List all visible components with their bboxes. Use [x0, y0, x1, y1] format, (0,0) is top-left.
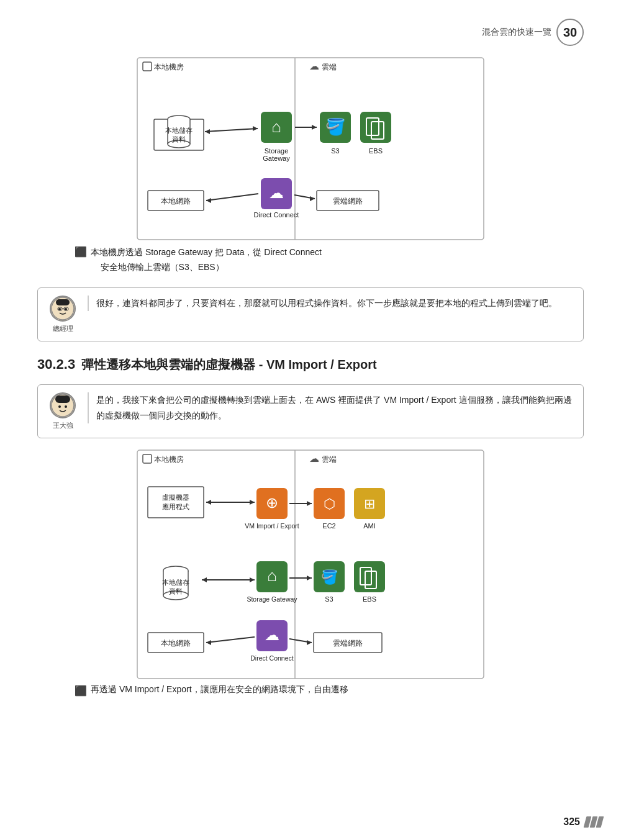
svg-text:EBS: EBS: [369, 147, 383, 155]
svg-text:雲端網路: 雲端網路: [333, 197, 363, 205]
svg-text:應用程式: 應用程式: [162, 503, 189, 510]
svg-text:本地網路: 本地網路: [161, 639, 191, 648]
svg-text:本地機房: 本地機房: [154, 455, 184, 464]
svg-text:Storage Gateway: Storage Gateway: [247, 595, 297, 603]
caption1-icon: ⬛: [75, 246, 87, 258]
diagram1-wrapper: 本地機房 ☁ 雲端 本地儲存 資料 本地網路 ⌂ Storage Gateway…: [37, 57, 584, 240]
section-title: 彈性遷移本地與雲端的虛擬機器 - VM Import / Export: [81, 356, 377, 373]
svg-rect-42: [56, 299, 70, 305]
header-label: 混合雲的快速一覽: [482, 27, 551, 38]
page-arrows: [585, 816, 602, 828]
diagram1-svg: 本地機房 ☁ 雲端 本地儲存 資料 本地網路 ⌂ Storage Gateway…: [137, 57, 484, 240]
svg-text:☁: ☁: [265, 627, 279, 643]
svg-text:⊞: ⊞: [364, 496, 375, 512]
svg-rect-88: [354, 561, 385, 592]
svg-text:🪣: 🪣: [321, 569, 338, 585]
svg-text:Gateway: Gateway: [263, 155, 290, 162]
caption1-row: ⬛ 本地機房透過 Storage Gateway 把 Data，從 Direct…: [75, 245, 584, 275]
svg-text:虛擬機器: 虛擬機器: [162, 494, 189, 501]
character2-name: 王大強: [53, 421, 73, 430]
svg-rect-29: [360, 112, 391, 143]
svg-text:VM Import / Export: VM Import / Export: [245, 522, 299, 530]
caption1-text: 本地機房透過 Storage Gateway 把 Data，從 Direct C…: [91, 245, 322, 275]
svg-text:資料: 資料: [172, 135, 186, 143]
caption2-icon: ⬛: [75, 685, 87, 697]
avatar-face-1: [50, 296, 76, 322]
svg-text:EBS: EBS: [363, 595, 376, 603]
svg-text:本地網路: 本地網路: [161, 197, 191, 205]
svg-text:本地儲存: 本地儲存: [165, 127, 193, 134]
svg-text:⊕: ⊕: [266, 495, 278, 511]
svg-text:S3: S3: [331, 147, 339, 155]
character2-avatar: 王大強: [48, 392, 78, 430]
svg-point-44: [65, 308, 67, 310]
svg-text:雲端: 雲端: [322, 455, 337, 464]
svg-text:⬡: ⬡: [324, 496, 335, 512]
svg-text:AMI: AMI: [363, 522, 376, 530]
page-number-badge: 30: [556, 19, 584, 46]
svg-point-50: [58, 405, 61, 408]
svg-text:Direct Connect: Direct Connect: [254, 211, 299, 219]
page-header: 混合雲的快速一覽 30: [37, 19, 584, 46]
character2-row: 王大強 是的，我接下來會把公司的虛擬機轉換到雲端上面去，在 AWS 裡面提供了 …: [37, 384, 584, 438]
svg-text:Storage: Storage: [265, 147, 289, 155]
character2-speech: 是的，我接下來會把公司的虛擬機轉換到雲端上面去，在 AWS 裡面提供了 VM I…: [88, 392, 573, 423]
svg-rect-49: [55, 395, 70, 403]
svg-text:☁: ☁: [309, 453, 319, 464]
avatar-face-2: [50, 392, 76, 418]
svg-point-51: [65, 405, 67, 408]
character1-speech: 很好，連資料都同步了，只要資料在，那麼就可以用程式操作資料。你下一步應該就是要把…: [88, 296, 573, 311]
page-bottom: 325: [563, 816, 602, 828]
diagram2-wrapper: 本地機房 ☁ 雲端 虛擬機器 應用程式 本地儲存 資料 本地網路 ⊕ VM Im…: [37, 449, 584, 679]
svg-text:資料: 資料: [169, 587, 183, 595]
svg-text:☁: ☁: [269, 185, 284, 201]
section-heading: 30.2.3 彈性遷移本地與雲端的虛擬機器 - VM Import / Expo…: [37, 356, 584, 373]
svg-rect-58: [148, 487, 204, 518]
svg-text:本地儲存: 本地儲存: [162, 579, 189, 586]
svg-text:雲端網路: 雲端網路: [333, 639, 363, 648]
bottom-page-number: 325: [563, 816, 580, 828]
svg-text:本地機房: 本地機房: [154, 63, 184, 71]
svg-text:雲端: 雲端: [322, 63, 337, 71]
character1-name: 總經理: [53, 324, 73, 333]
svg-text:☁: ☁: [309, 61, 319, 71]
caption2-text: 再透過 VM Import / Export，讓應用在安全的網路環境下，自由遷移: [91, 684, 348, 695]
svg-text:Direct Connect: Direct Connect: [250, 654, 294, 662]
caption2-row: ⬛ 再透過 VM Import / Export，讓應用在安全的網路環境下，自由…: [75, 684, 584, 697]
section-number: 30.2.3: [37, 356, 75, 373]
character1-row: 總經理 很好，連資料都同步了，只要資料在，那麼就可以用程式操作資料。你下一步應該…: [37, 287, 584, 341]
svg-text:EC2: EC2: [322, 522, 335, 530]
diagram2-svg: 本地機房 ☁ 雲端 虛擬機器 應用程式 本地儲存 資料 本地網路 ⊕ VM Im…: [137, 449, 484, 679]
svg-text:⌂: ⌂: [271, 118, 281, 136]
character1-avatar: 總經理: [48, 296, 78, 333]
svg-text:⌂: ⌂: [267, 567, 277, 585]
svg-point-43: [58, 308, 61, 310]
svg-text:S3: S3: [325, 595, 333, 603]
svg-text:🪣: 🪣: [325, 117, 346, 137]
